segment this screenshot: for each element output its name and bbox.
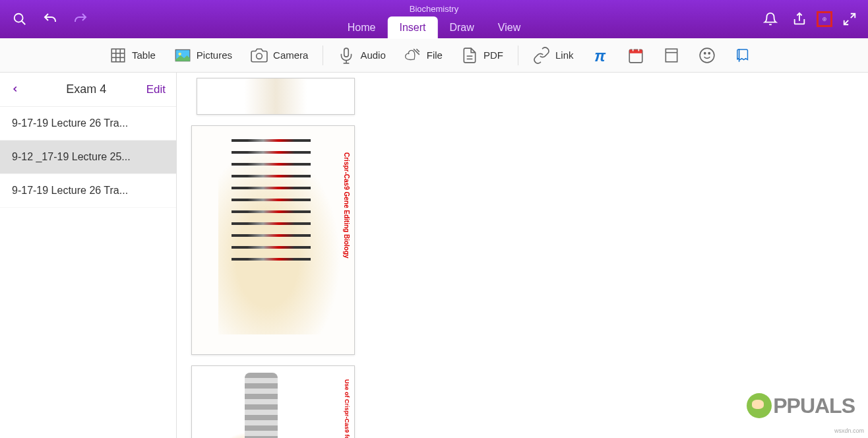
- camera-icon: [251, 47, 268, 64]
- svg-rect-6: [111, 49, 125, 62]
- tab-insert[interactable]: Insert: [387, 16, 437, 39]
- watermark-text: PPUALS: [773, 394, 855, 418]
- pdf-button[interactable]: PDF: [452, 42, 512, 69]
- pdf-label: PDF: [483, 49, 503, 61]
- page-item[interactable]: 9-17-19 Lecture 26 Tra...: [0, 174, 176, 208]
- audio-button[interactable]: Audio: [328, 42, 394, 69]
- link-button[interactable]: Link: [524, 42, 583, 69]
- back-button[interactable]: [11, 82, 26, 97]
- pictures-label: Pictures: [197, 49, 232, 61]
- tab-draw[interactable]: Draw: [437, 16, 485, 39]
- link-icon: [533, 47, 550, 64]
- svg-point-3: [824, 18, 825, 20]
- slide-thumbnail[interactable]: [197, 78, 355, 115]
- svg-point-27: [704, 52, 706, 53]
- document-title: Biochemistry: [336, 4, 532, 14]
- pictures-icon: [174, 47, 191, 64]
- page-icon: [663, 47, 680, 64]
- svg-rect-24: [666, 49, 677, 62]
- sidebar-header: Exam 4 Edit: [0, 73, 176, 107]
- watermark: PPUALS: [747, 393, 855, 418]
- page-button[interactable]: [654, 42, 689, 69]
- notifications-icon[interactable]: [762, 11, 778, 27]
- notebook-icon: [734, 47, 751, 64]
- fullscreen-icon[interactable]: [842, 11, 857, 27]
- ribbon-separator: [518, 46, 518, 65]
- svg-point-28: [709, 52, 710, 53]
- title-bar: Biochemistry Home Insert Draw View: [0, 0, 868, 38]
- equation-button[interactable]: π: [582, 42, 618, 69]
- share-icon[interactable]: [791, 11, 807, 27]
- section-title: Exam 4: [26, 82, 146, 96]
- page-list: 9-17-19 Lecture 26 Tra... 9-12 _17-19 Le…: [0, 107, 176, 438]
- file-button[interactable]: File: [395, 42, 452, 69]
- undo-icon[interactable]: [42, 11, 58, 27]
- page-item[interactable]: 9-17-19 Lecture 26 Tra...: [0, 107, 176, 141]
- table-button[interactable]: Table: [100, 42, 165, 69]
- note-canvas[interactable]: Crispr-Cas9 Gene Editing Biology Use of …: [177, 73, 868, 438]
- svg-point-13: [257, 53, 263, 59]
- slide-title: Crispr-Cas9 Gene Editing Biology: [343, 152, 350, 259]
- edit-button[interactable]: Edit: [146, 83, 166, 96]
- title-right-controls: [762, 11, 868, 27]
- watermark-logo-icon: [747, 393, 772, 418]
- search-icon[interactable]: [12, 11, 28, 27]
- tab-view[interactable]: View: [486, 16, 532, 39]
- attribution-text: wsxdn.com: [834, 427, 864, 434]
- tab-bar: Home Insert Draw View: [336, 16, 532, 39]
- camera-button[interactable]: Camera: [241, 42, 317, 69]
- audio-icon: [338, 47, 355, 64]
- svg-point-0: [15, 14, 23, 22]
- date-button[interactable]: [618, 42, 654, 69]
- slide-thumbnail[interactable]: Use of Crispr-Cas9 for Gene Editing – St: [191, 365, 355, 438]
- file-icon: [404, 47, 421, 64]
- ribbon-separator: [323, 46, 323, 65]
- svg-point-26: [700, 48, 715, 63]
- svg-line-4: [851, 14, 855, 18]
- svg-point-12: [178, 52, 181, 55]
- page-item[interactable]: 9-12 _17-19 Lecture 25...: [0, 141, 176, 174]
- camera-label: Camera: [273, 49, 308, 61]
- slide-thumbnail[interactable]: Crispr-Cas9 Gene Editing Biology: [191, 125, 355, 355]
- settings-icon[interactable]: [817, 11, 832, 27]
- svg-line-5: [844, 20, 848, 24]
- svg-text:π: π: [595, 47, 607, 64]
- pdf-icon: [461, 47, 478, 64]
- notebook-button[interactable]: [725, 42, 760, 69]
- title-center: Biochemistry Home Insert Draw View: [336, 4, 532, 39]
- calendar-date-icon: [627, 47, 644, 64]
- tab-home[interactable]: Home: [336, 16, 388, 39]
- svg-line-1: [22, 21, 26, 25]
- slide-title: Use of Crispr-Cas9 for Gene Editing – St: [344, 379, 350, 438]
- title-left-controls: [0, 11, 88, 27]
- pictures-button[interactable]: Pictures: [165, 42, 241, 69]
- table-icon: [109, 47, 127, 64]
- table-label: Table: [132, 49, 156, 61]
- link-label: Link: [555, 49, 574, 61]
- pi-icon: π: [592, 47, 609, 64]
- file-label: File: [427, 49, 443, 61]
- page-sidebar: Exam 4 Edit 9-17-19 Lecture 26 Tra... 9-…: [0, 73, 177, 438]
- svg-rect-14: [344, 48, 349, 57]
- emoji-icon: [698, 47, 716, 64]
- audio-label: Audio: [360, 49, 385, 61]
- redo-icon: [73, 11, 88, 27]
- content-area: Exam 4 Edit 9-17-19 Lecture 26 Tra... 9-…: [0, 73, 868, 438]
- insert-ribbon: Table Pictures Camera Audio File PDF: [0, 38, 868, 73]
- svg-rect-21: [630, 49, 643, 53]
- emoji-button[interactable]: [689, 42, 725, 69]
